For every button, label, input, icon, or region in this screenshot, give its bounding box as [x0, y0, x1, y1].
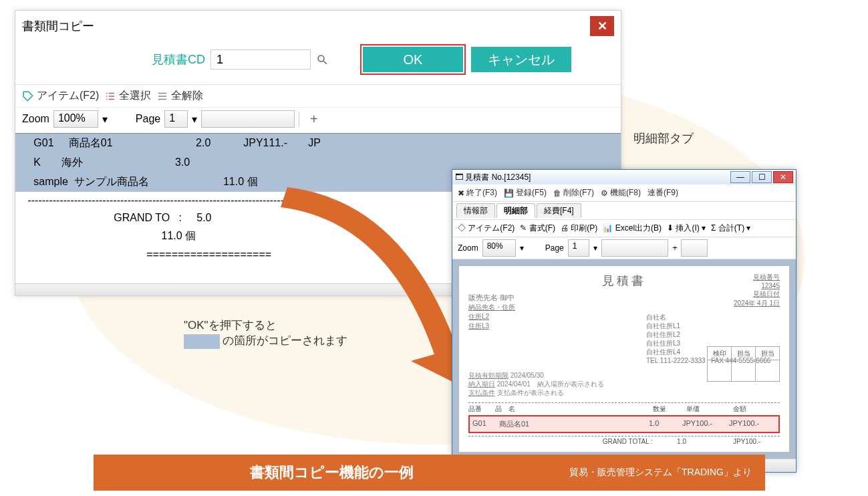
- tab-info[interactable]: 情報部: [456, 203, 495, 218]
- print-button[interactable]: 🖨 印刷(P): [561, 223, 597, 234]
- search-icon[interactable]: [316, 53, 328, 66]
- select-all-button[interactable]: 全選択: [104, 89, 151, 103]
- toolbar: アイテム(F2) 全選択 全解除: [15, 84, 621, 107]
- close-button[interactable]: ✕: [773, 171, 793, 183]
- list-icon: [156, 90, 168, 102]
- zoom-label: Zoom: [458, 243, 478, 253]
- detail-tab-label: 明細部タブ: [633, 130, 694, 146]
- func-button[interactable]: ⚙ 機能(F8): [601, 187, 641, 199]
- zoom-select[interactable]: 80%: [482, 239, 516, 257]
- total-button[interactable]: Σ 合計(T) ▾: [711, 223, 750, 234]
- dialog-title: 書類間コピー: [22, 18, 94, 34]
- tab-cost[interactable]: 経費[F4]: [537, 203, 581, 218]
- annotation-text: "OK"を押下すると の箇所がコピーされます: [184, 318, 347, 349]
- page-label: Page: [545, 243, 564, 253]
- page-select[interactable]: 1: [164, 110, 188, 128]
- save-button[interactable]: 💾 登録(F5): [504, 187, 547, 199]
- insert-button[interactable]: ⬇ 挿入(I) ▾: [667, 223, 706, 234]
- tag-icon: [22, 90, 34, 102]
- deselect-all-button[interactable]: 全解除: [156, 89, 203, 103]
- seq-button[interactable]: 連番(F9): [647, 187, 678, 199]
- grid-row[interactable]: G01 商品名01 2.0 JPY111.- JP: [15, 134, 621, 153]
- add-button[interactable]: +: [672, 243, 677, 253]
- copied-row: G01 商品名01 1.0 JPY100.- JPY100.-: [468, 415, 780, 433]
- exit-button[interactable]: ✖ 終了(F3): [458, 187, 497, 199]
- cd-input[interactable]: [210, 49, 311, 70]
- add-button[interactable]: +: [299, 112, 329, 127]
- close-button[interactable]: ✕: [590, 16, 614, 36]
- winb-title: 見積書 No.[12345]: [465, 172, 531, 182]
- zoom-select[interactable]: 100%: [53, 110, 98, 128]
- item-button[interactable]: ◇ アイテム(F2): [458, 223, 515, 234]
- zoom-label: Zoom: [22, 113, 49, 125]
- svg-point-0: [318, 55, 324, 61]
- item-button[interactable]: アイテム(F2): [22, 89, 99, 103]
- document-preview: 見積番号 12345 見積日付 2024年 4月 1日 見積書 販売先名 御中 …: [459, 266, 789, 452]
- blank-select[interactable]: [601, 239, 668, 257]
- checklist-icon: [104, 90, 116, 102]
- blank2[interactable]: [681, 239, 708, 257]
- page-select[interactable]: 1: [568, 239, 590, 257]
- delete-button[interactable]: 🗑 削除(F7): [553, 187, 594, 199]
- ok-button[interactable]: OK: [363, 47, 463, 72]
- page-label: Page: [136, 113, 160, 125]
- maximize-button[interactable]: ☐: [752, 171, 772, 183]
- excel-button[interactable]: 📊 Excel出力(B): [603, 223, 662, 234]
- minimize-button[interactable]: —: [730, 171, 750, 183]
- caption-banner: 書類間コピー機能の一例 貿易・販売管理システム「TRADING」より: [94, 455, 765, 491]
- tab-detail[interactable]: 明細部: [496, 203, 535, 218]
- blank-select[interactable]: [201, 110, 295, 128]
- highlight-swatch: [184, 334, 220, 349]
- cancel-button[interactable]: キャンセル: [471, 47, 571, 72]
- quotation-window: 🗔 見積書 No.[12345] — ☐ ✕ ✖ 終了(F3) 💾 登録(F5)…: [452, 169, 797, 473]
- cd-label: 見積書CD: [152, 51, 205, 68]
- svg-line-1: [323, 61, 327, 64]
- format-button[interactable]: ✎ 書式(F): [520, 223, 555, 234]
- stamp-table: 検印担当担当: [707, 346, 780, 382]
